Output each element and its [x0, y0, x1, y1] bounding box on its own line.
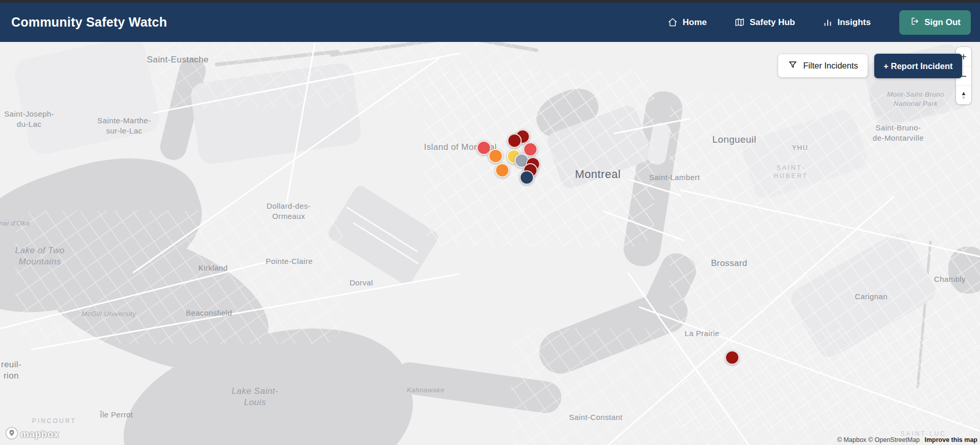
sign-out-label: Sign Out: [924, 17, 961, 28]
app-header: Community Safety Watch Home Safety Hub I…: [0, 3, 980, 42]
map-label: Saint-Bruno- de-Montarville: [873, 123, 924, 143]
map-label: Lake Saint- Louis: [231, 386, 278, 408]
sign-out-button[interactable]: Sign Out: [899, 10, 971, 35]
incident-marker[interactable]: [488, 149, 503, 163]
filter-funnel-icon: [788, 60, 798, 72]
map-label: Saint-Lambert: [649, 172, 699, 183]
map-label: SAINT- HUBERT: [774, 164, 808, 180]
map-label: Montreal: [575, 167, 621, 182]
attribution-mapbox-link[interactable]: © Mapbox: [837, 436, 866, 443]
nav-safety-hub[interactable]: Safety Hub: [734, 17, 795, 28]
home-icon: [667, 17, 678, 28]
nav-insights-label: Insights: [837, 17, 871, 28]
nav-home[interactable]: Home: [667, 17, 707, 28]
app-title: Community Safety Watch: [11, 15, 167, 30]
mapbox-pin-icon: [5, 427, 18, 442]
pitch-control[interactable]: ▲ ▼: [956, 85, 971, 104]
improve-this-map-link[interactable]: Improve this map: [925, 436, 978, 443]
mapbox-wordmark: mapbox: [20, 429, 59, 440]
map-label: Sainte-Marthe- sur-le-Lac: [98, 116, 151, 136]
map-label: Mont-Saint-Bruno National Park: [887, 90, 944, 108]
nav-home-label: Home: [683, 17, 707, 28]
incident-marker[interactable]: [520, 170, 534, 185]
map-label: nal d'Oka: [0, 219, 30, 228]
incident-marker[interactable]: [495, 163, 509, 177]
filter-incidents-label: Filter Incidents: [803, 61, 858, 71]
bar-chart-icon: [823, 17, 833, 28]
map-label: Lake of Two Mountains: [15, 245, 65, 268]
map-icon: [734, 17, 745, 28]
map-label: Dollard-des- Ormeaux: [267, 201, 311, 221]
landuse-patch: [12, 42, 162, 157]
map-label: PINCOURT: [32, 417, 76, 426]
report-incident-label: + Report Incident: [883, 61, 952, 71]
map-action-buttons: Filter Incidents + Report Incident: [778, 54, 962, 78]
nav-safety-hub-label: Safety Hub: [750, 17, 795, 28]
map-label: Brossard: [711, 258, 747, 269]
map-label: Île Perrot: [100, 410, 133, 420]
map-label: Kirkland: [198, 263, 227, 273]
map-label: La Prairie: [685, 328, 719, 339]
map-label: McGill University: [81, 309, 136, 319]
nav-insights[interactable]: Insights: [823, 17, 871, 28]
main-nav: Home Safety Hub Insights Sign Out: [667, 10, 971, 35]
arrow-down-icon: ▼: [962, 96, 966, 100]
map-attribution: © Mapbox © OpenStreetMap Improve this ma…: [837, 436, 977, 443]
incident-marker[interactable]: [507, 134, 522, 148]
map-label: YHU: [792, 144, 808, 152]
arrow-up-icon: ▲: [961, 91, 967, 96]
map-label: Carignan: [855, 292, 888, 302]
map-label: Longueuil: [712, 134, 756, 146]
attribution-osm-link[interactable]: © OpenStreetMap: [868, 436, 920, 443]
map-label: reuil- rion: [1, 359, 21, 382]
map-label: Beaconsfield: [186, 308, 232, 318]
incident-marker[interactable]: [725, 350, 739, 365]
map-label: Kahnawake: [407, 386, 445, 395]
map-label: Pointe-Claire: [266, 256, 313, 266]
map-label: Dorval: [349, 278, 373, 288]
map-label: Saint-Joseph- du-Lac: [4, 109, 54, 129]
filter-incidents-button[interactable]: Filter Incidents: [778, 54, 868, 77]
mapbox-logo[interactable]: mapbox: [5, 427, 59, 442]
airport-area: [326, 184, 441, 287]
sign-out-icon: [909, 16, 919, 29]
map-label: Chambly: [934, 274, 966, 284]
map-canvas[interactable]: Saint-EustacheSaint-Joseph- du-LacSainte…: [0, 42, 980, 445]
map-label: Saint-Constant: [569, 412, 623, 422]
report-incident-button[interactable]: + Report Incident: [874, 54, 962, 78]
map-label: Saint-Eustache: [147, 54, 209, 65]
